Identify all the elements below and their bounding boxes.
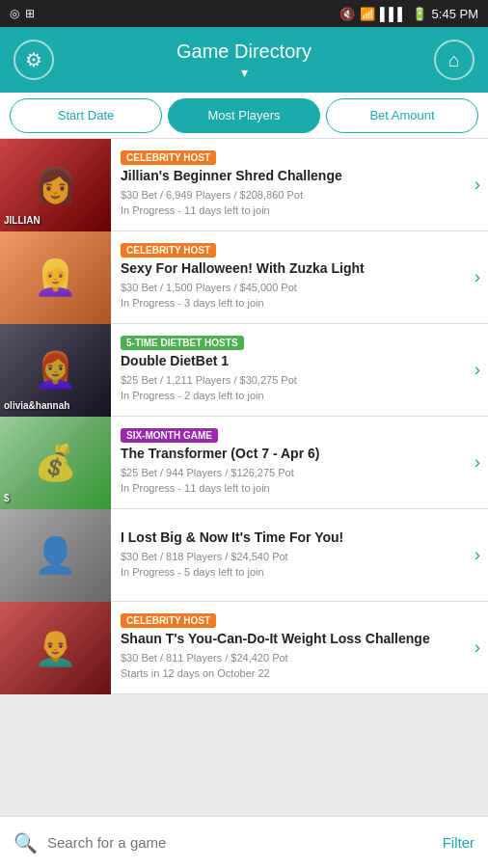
- thumb-icon: 👱‍♀️: [0, 231, 111, 324]
- search-bar: 🔍 Filter: [0, 816, 488, 868]
- thumb-label: JILLIAN: [4, 215, 41, 226]
- game-details: $25 Bet / 944 Players / $126,275 PotIn P…: [121, 465, 467, 497]
- game-title: Double DietBet 1: [121, 353, 467, 369]
- chevron-right-icon: ›: [474, 324, 488, 416]
- chevron-right-icon: ›: [474, 509, 488, 601]
- filter-button[interactable]: Filter: [443, 834, 474, 851]
- status-right: 🔇 📶 ▌▌▌ 🔋 5:45 PM: [339, 7, 478, 21]
- thumb-label: $: [4, 493, 10, 503]
- game-thumbnail: 💰 $: [0, 417, 111, 509]
- thumb-icon: 👤: [0, 509, 111, 602]
- inbox-icon: ⌂: [448, 49, 460, 71]
- game-details: $25 Bet / 1,211 Players / $30,275 PotIn …: [121, 372, 467, 404]
- game-badge: CELEBRITY HOST: [121, 613, 216, 628]
- mute-icon: 🔇: [339, 7, 355, 21]
- game-list: 👩 JILLIAN CELEBRITY HOST Jillian's Begin…: [0, 139, 488, 816]
- game-thumbnail: 👩 JILLIAN: [0, 139, 111, 231]
- tab-bet-amount[interactable]: Bet Amount: [326, 98, 478, 133]
- header-title-wrapper: Game Directory ▾: [54, 41, 434, 80]
- header-title: Game Directory: [176, 41, 312, 63]
- game-badge: SIX-MONTH GAME: [121, 428, 218, 443]
- game-info: 5-TIME DIETBET HOSTS Double DietBet 1 $2…: [111, 324, 474, 416]
- gear-icon: ⚙: [25, 48, 42, 71]
- clock: 5:45 PM: [432, 7, 478, 21]
- game-info: SIX-MONTH GAME The Transformer (Oct 7 - …: [111, 417, 474, 508]
- game-details: $30 Bet / 6,949 Players / $208,860 PotIn…: [121, 187, 467, 219]
- game-details: $30 Bet / 818 Players / $24,540 PotIn Pr…: [121, 549, 467, 581]
- thumb-icon: 👨‍🦲: [0, 602, 111, 694]
- location-icon: ◎: [10, 7, 19, 20]
- status-icons-left: ◎ ⊞: [10, 7, 35, 20]
- chevron-right-icon: ›: [474, 231, 488, 323]
- game-item[interactable]: 👩 JILLIAN CELEBRITY HOST Jillian's Begin…: [0, 139, 488, 231]
- chevron-right-icon: ›: [474, 602, 488, 693]
- game-badge: CELEBRITY HOST: [121, 243, 216, 258]
- game-info: I Lost Big & Now It's Time For You! $30 …: [111, 509, 474, 601]
- tab-bar: Start Date Most Players Bet Amount: [0, 93, 488, 139]
- signal-icon: ▌▌▌: [380, 7, 407, 21]
- game-badge: CELEBRITY HOST: [121, 150, 216, 165]
- chevron-right-icon: ›: [474, 139, 488, 231]
- thumb-label: olivia&hannah: [4, 400, 69, 411]
- chevron-down-icon[interactable]: ▾: [241, 65, 248, 80]
- notification-icon: ⊞: [25, 7, 35, 20]
- game-title: Shaun T's You-Can-Do-It Weight Loss Chal…: [121, 631, 467, 647]
- game-info: CELEBRITY HOST Sexy For Halloween! With …: [111, 231, 474, 323]
- tab-start-date[interactable]: Start Date: [10, 98, 162, 133]
- battery-icon: 🔋: [412, 7, 427, 21]
- tab-most-players[interactable]: Most Players: [168, 98, 320, 133]
- tab-most-players-label: Most Players: [207, 108, 280, 122]
- inbox-button[interactable]: ⌂: [434, 40, 474, 80]
- game-thumbnail: 👤: [0, 509, 111, 602]
- game-title: I Lost Big & Now It's Time For You!: [121, 529, 467, 546]
- chevron-right-icon: ›: [474, 417, 488, 508]
- game-item[interactable]: 💰 $ SIX-MONTH GAME The Transformer (Oct …: [0, 417, 488, 509]
- header: ⚙ Game Directory ▾ ⌂: [0, 27, 488, 93]
- wifi-icon: 📶: [360, 7, 375, 21]
- game-badge: 5-TIME DIETBET HOSTS: [121, 336, 244, 350]
- game-info: CELEBRITY HOST Shaun T's You-Can-Do-It W…: [111, 602, 474, 693]
- game-item[interactable]: 👨‍🦲 CELEBRITY HOST Shaun T's You-Can-Do-…: [0, 602, 488, 694]
- game-details: $30 Bet / 811 Players / $24,420 PotStart…: [121, 650, 467, 682]
- game-title: Sexy For Halloween! With Zuzka Light: [121, 260, 467, 277]
- game-thumbnail: 👩‍🦰 olivia&hannah: [0, 324, 111, 417]
- game-title: The Transformer (Oct 7 - Apr 6): [121, 446, 467, 462]
- thumb-icon: 💰: [0, 417, 111, 509]
- game-item[interactable]: 👱‍♀️ CELEBRITY HOST Sexy For Halloween! …: [0, 231, 488, 324]
- status-bar: ◎ ⊞ 🔇 📶 ▌▌▌ 🔋 5:45 PM: [0, 0, 488, 27]
- game-thumbnail: 👱‍♀️: [0, 231, 111, 324]
- game-info: CELEBRITY HOST Jillian's Beginner Shred …: [111, 139, 474, 231]
- settings-button[interactable]: ⚙: [14, 40, 54, 80]
- game-thumbnail: 👨‍🦲: [0, 602, 111, 694]
- game-title: Jillian's Beginner Shred Challenge: [121, 168, 467, 184]
- game-item[interactable]: 👤 I Lost Big & Now It's Time For You! $3…: [0, 509, 488, 602]
- search-icon: 🔍: [14, 831, 38, 854]
- tab-start-date-label: Start Date: [58, 108, 115, 122]
- game-item[interactable]: 👩‍🦰 olivia&hannah 5-TIME DIETBET HOSTS D…: [0, 324, 488, 417]
- tab-bet-amount-label: Bet Amount: [369, 108, 434, 122]
- search-input[interactable]: [47, 834, 433, 851]
- game-details: $30 Bet / 1,500 Players / $45,000 PotIn …: [121, 280, 467, 312]
